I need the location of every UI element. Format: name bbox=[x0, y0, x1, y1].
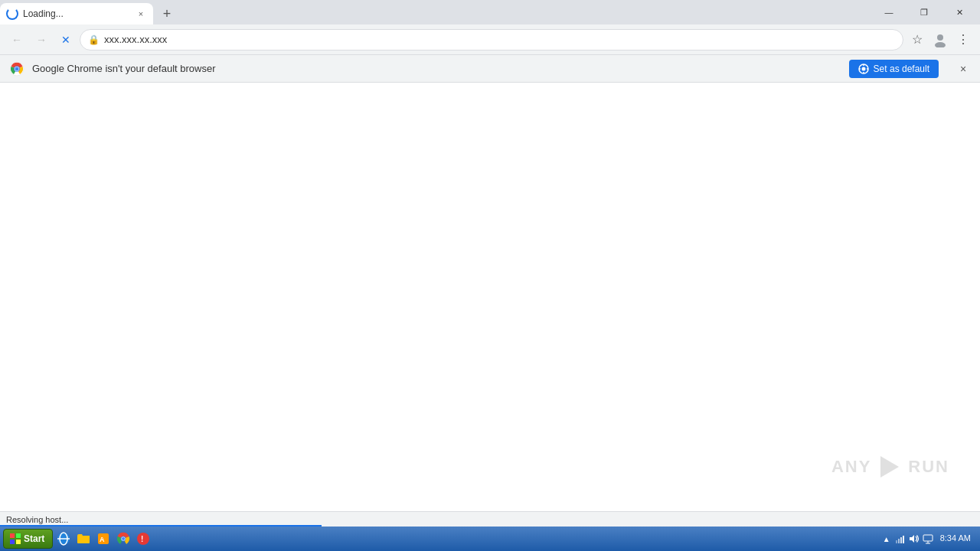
svg-marker-31 bbox=[910, 535, 914, 543]
svg-point-7 bbox=[861, 67, 865, 70]
profile-button[interactable] bbox=[929, 29, 951, 51]
address-bar[interactable]: 🔒 xxx.xxx.xx.xxx bbox=[80, 29, 903, 51]
app-icon: A bbox=[96, 531, 111, 546]
taskbar-ie-icon[interactable] bbox=[54, 530, 73, 548]
svg-text:A: A bbox=[100, 536, 105, 543]
display-icon bbox=[923, 533, 933, 544]
menu-button[interactable]: ⋮ bbox=[952, 29, 974, 51]
minimize-button[interactable]: — bbox=[871, 0, 906, 24]
tray-volume-icon[interactable] bbox=[908, 533, 920, 545]
svg-point-24 bbox=[122, 537, 125, 540]
taskbar-right: ▲ bbox=[880, 533, 977, 545]
status-bar: Resolving host... bbox=[0, 511, 980, 527]
chrome-taskbar-icon bbox=[116, 531, 131, 546]
svg-rect-15 bbox=[10, 540, 15, 544]
taskbar: Start A ! bbox=[0, 527, 980, 551]
tab-title: Loading... bbox=[23, 8, 135, 19]
page-content: ANY RUN bbox=[0, 83, 980, 527]
url-display: xxx.xxx.xx.xxx bbox=[104, 34, 895, 45]
set-default-button[interactable]: Set as default bbox=[849, 60, 939, 78]
profile-icon bbox=[933, 32, 948, 47]
taskbar-security-icon[interactable]: ! bbox=[134, 530, 152, 548]
forward-button[interactable]: → bbox=[31, 29, 52, 51]
title-bar: Loading... × + — ❐ ✕ bbox=[0, 0, 980, 24]
chrome-logo-icon bbox=[9, 61, 24, 77]
reload-stop-button[interactable]: ✕ bbox=[55, 29, 77, 51]
set-default-label: Set as default bbox=[874, 64, 929, 74]
svg-rect-13 bbox=[10, 533, 15, 538]
taskbar-app-icon[interactable]: A bbox=[94, 530, 113, 548]
svg-marker-12 bbox=[880, 456, 899, 478]
default-browser-bar: Google Chrome isn't your default browser… bbox=[0, 55, 980, 83]
ie-icon bbox=[56, 531, 71, 546]
windows-logo-icon bbox=[10, 533, 21, 544]
svg-point-5 bbox=[15, 67, 19, 70]
svg-rect-28 bbox=[898, 539, 900, 543]
watermark-run-text: RUN bbox=[908, 457, 949, 477]
svg-point-0 bbox=[937, 34, 943, 41]
svg-rect-27 bbox=[896, 540, 897, 543]
toolbar-actions: ☆ ⋮ bbox=[906, 29, 974, 51]
active-tab[interactable]: Loading... × bbox=[0, 3, 153, 24]
window-controls: — ❐ ✕ bbox=[871, 0, 980, 24]
tray-expand-icon[interactable]: ▲ bbox=[880, 533, 893, 545]
svg-rect-29 bbox=[900, 537, 902, 543]
security-taskbar-icon: ! bbox=[136, 531, 151, 546]
svg-rect-16 bbox=[16, 540, 21, 544]
maximize-button[interactable]: ❐ bbox=[906, 0, 942, 24]
network-icon bbox=[895, 533, 906, 544]
back-button[interactable]: ← bbox=[6, 29, 28, 51]
taskbar-folder-icon[interactable] bbox=[74, 530, 93, 548]
svg-point-1 bbox=[935, 42, 946, 47]
watermark-any-text: ANY bbox=[831, 457, 871, 477]
system-clock[interactable]: 8:34 AM bbox=[937, 533, 974, 544]
watermark-logo-icon bbox=[876, 453, 903, 481]
status-text: Resolving host... bbox=[6, 515, 68, 524]
tab-close-button[interactable]: × bbox=[135, 8, 147, 20]
clock-time: 8:34 AM bbox=[940, 533, 971, 544]
tray-display-icon[interactable] bbox=[922, 533, 934, 545]
close-window-button[interactable]: ✕ bbox=[942, 0, 977, 24]
start-button[interactable]: Start bbox=[3, 529, 53, 549]
tab-strip: Loading... × + bbox=[0, 0, 871, 24]
start-label: Start bbox=[24, 533, 44, 544]
svg-rect-30 bbox=[903, 536, 904, 543]
volume-icon bbox=[909, 533, 920, 544]
bookmark-button[interactable]: ☆ bbox=[906, 29, 928, 51]
taskbar-chrome-icon[interactable] bbox=[114, 530, 132, 548]
new-tab-button[interactable]: + bbox=[156, 3, 178, 24]
folder-icon bbox=[76, 531, 91, 546]
navigation-bar: ← → ✕ 🔒 xxx.xxx.xx.xxx ☆ ⋮ bbox=[0, 24, 980, 55]
security-icon: 🔒 bbox=[88, 34, 100, 45]
svg-rect-32 bbox=[923, 535, 933, 541]
dismiss-button[interactable]: × bbox=[956, 61, 971, 77]
tab-loading-icon bbox=[6, 8, 18, 20]
svg-rect-14 bbox=[16, 533, 21, 538]
tray-network-icon[interactable] bbox=[894, 533, 906, 545]
svg-text:!: ! bbox=[141, 535, 143, 543]
anyrun-watermark: ANY RUN bbox=[831, 453, 949, 481]
default-browser-message: Google Chrome isn't your default browser bbox=[32, 63, 841, 74]
system-tray: ▲ bbox=[880, 533, 934, 545]
set-default-icon bbox=[858, 64, 869, 74]
